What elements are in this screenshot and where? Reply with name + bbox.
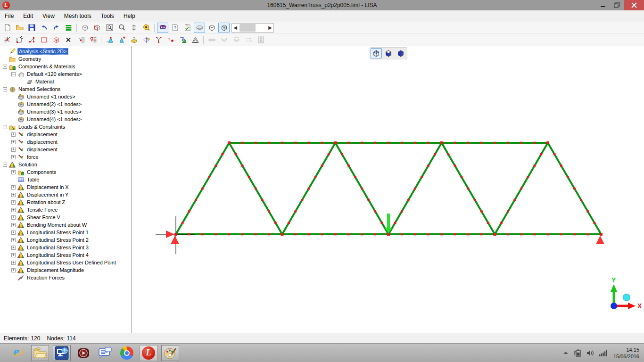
new-file-button[interactable] xyxy=(1,23,13,33)
elem-list-button[interactable] xyxy=(87,35,99,45)
cube-solid-button[interactable] xyxy=(206,23,217,33)
tree-item-table[interactable]: Table xyxy=(0,176,131,183)
taskbar-app-network-computer[interactable] xyxy=(53,345,71,361)
cube-mesh-button[interactable] xyxy=(218,23,230,33)
menu-file[interactable]: File xyxy=(0,10,18,22)
mask-button[interactable] xyxy=(157,23,168,33)
split-button[interactable] xyxy=(153,35,164,45)
save-button[interactable] xyxy=(26,23,37,33)
mirror-button[interactable] xyxy=(177,35,189,45)
tree-item-bending-moment-about-w[interactable]: +Bending Moment about W xyxy=(0,221,131,229)
tree-item-material[interactable]: Material xyxy=(0,78,131,85)
tree-item-default-120-elements[interactable]: −Default <120 elements> xyxy=(0,70,131,78)
tree-expander-plus-icon[interactable]: + xyxy=(11,148,16,152)
tree-item-displacement[interactable]: +displacement xyxy=(0,131,131,138)
extrude-button[interactable] xyxy=(128,35,140,45)
menu-view[interactable]: View xyxy=(38,10,59,22)
tree-item-displacement-in-y[interactable]: +Displacement in Y xyxy=(0,191,131,198)
open-folder-button[interactable] xyxy=(14,23,25,33)
page-check-button[interactable] xyxy=(182,23,193,33)
tree-item-longitudinal-stress-point-3[interactable]: +Longitudinal Stress Point 3 xyxy=(0,244,131,251)
scroll-right-icon[interactable]: ▶ xyxy=(267,24,273,32)
tree-item-solution[interactable]: −Solution xyxy=(0,161,131,168)
taskbar-app-messaging[interactable] xyxy=(96,345,114,361)
scroll-left-icon[interactable]: ◀ xyxy=(232,24,239,32)
close-button[interactable] xyxy=(624,0,644,10)
scroll-thumb[interactable] xyxy=(239,24,256,32)
tray-show-hidden-icon[interactable] xyxy=(562,350,569,356)
burst-elem-button[interactable] xyxy=(14,35,25,45)
tree-expander-plus-icon[interactable]: + xyxy=(11,223,16,227)
tree-expander-plus-icon[interactable]: + xyxy=(11,208,16,212)
menu-edit[interactable]: Edit xyxy=(18,10,38,22)
tree-item-displacement-in-x[interactable]: +Displacement in X xyxy=(0,183,131,191)
tree-item-geometry[interactable]: Geometry xyxy=(0,55,131,63)
tree-item-shear-force-v[interactable]: +Shear Force V xyxy=(0,214,131,221)
rect-pink-button[interactable] xyxy=(38,35,50,45)
cube-red-button[interactable] xyxy=(91,23,103,33)
minimize-button[interactable] xyxy=(596,0,610,10)
redo-button[interactable] xyxy=(50,23,62,33)
tree-item-loads-constraints[interactable]: −Loads & Constraints xyxy=(0,123,131,131)
tree-expander-plus-icon[interactable]: + xyxy=(11,200,16,205)
tri-new-button[interactable] xyxy=(104,35,115,45)
tree-expander-plus-icon[interactable]: + xyxy=(11,261,16,265)
cube-wire-button[interactable] xyxy=(79,23,91,33)
zoom-extents-button[interactable] xyxy=(140,23,152,33)
taskbar-app-internet-explorer[interactable]: e xyxy=(9,345,27,361)
flat-disk-button[interactable] xyxy=(194,23,205,33)
tray-battery-icon[interactable] xyxy=(573,349,582,357)
delete-x-button[interactable] xyxy=(63,35,74,45)
menu-mesh-tools[interactable]: Mesh tools xyxy=(59,10,96,22)
tri-edit-button[interactable] xyxy=(116,35,127,45)
tree-expander-plus-icon[interactable]: + xyxy=(11,215,16,220)
tree-item-unnamed-1-nodes[interactable]: Unnamed <1 nodes> xyxy=(0,93,131,100)
tree-expander-plus-icon[interactable]: + xyxy=(11,132,16,137)
tree-item-components[interactable]: +Components xyxy=(0,168,131,176)
model-canvas[interactable]: YX xyxy=(132,46,644,333)
tree-item-components-materials[interactable]: −Components & Materials xyxy=(0,63,131,70)
tree-expander-minus-icon[interactable]: − xyxy=(11,72,16,76)
cube-pink-button[interactable] xyxy=(50,35,62,45)
two-dots-button[interactable] xyxy=(165,35,176,45)
tree-item-rotation-about-z[interactable]: +Rotation about Z xyxy=(0,198,131,206)
taskbar-app-lisa[interactable]: L xyxy=(140,345,157,361)
undo-button[interactable] xyxy=(38,23,50,33)
tree-expander-plus-icon[interactable]: + xyxy=(11,155,16,159)
tree-expander-plus-icon[interactable]: + xyxy=(11,170,16,174)
tree-expander-plus-icon[interactable]: + xyxy=(11,268,16,272)
node-insert-button[interactable] xyxy=(75,35,86,45)
tree-item-force[interactable]: +force xyxy=(0,153,131,161)
taskbar-app-chrome[interactable] xyxy=(118,345,136,361)
taskbar-app-paint[interactable] xyxy=(161,345,179,361)
burst-node-button[interactable] xyxy=(1,35,13,45)
tree-item-displacement-magnitude[interactable]: +Displacement Magnitude xyxy=(0,266,131,274)
tree-item-unnamed-3-1-nodes[interactable]: Unnamed(3) <1 nodes> xyxy=(0,108,131,115)
tree-expander-plus-icon[interactable]: + xyxy=(11,230,16,235)
taskbar-app-media-player[interactable] xyxy=(74,345,92,361)
tree-expander-plus-icon[interactable]: + xyxy=(11,246,16,250)
zoom-button[interactable] xyxy=(116,23,127,33)
tree-expander-plus-icon[interactable]: + xyxy=(11,253,16,257)
tree-expander-plus-icon[interactable]: + xyxy=(11,140,16,144)
tray-speaker-icon[interactable] xyxy=(586,349,594,357)
tree-item-unnamed-4-1-nodes[interactable]: Unnamed(4) <1 nodes> xyxy=(0,115,131,123)
page-7-button[interactable]: 7 xyxy=(169,23,181,33)
tree-item-reaction-forces[interactable]: Reaction Forces xyxy=(0,274,131,281)
tree-item-analysis-static-2d[interactable]: Analysis <Static 2D> xyxy=(0,48,131,55)
tree-expander-minus-icon[interactable]: − xyxy=(3,163,7,167)
tree-expander-plus-icon[interactable]: + xyxy=(11,238,16,242)
tree-item-longitudinal-stress-point-4[interactable]: +Longitudinal Stress Point 4 xyxy=(0,251,131,259)
tree-item-displacement[interactable]: +displacement xyxy=(0,138,131,146)
tri-refine-button[interactable] xyxy=(190,35,201,45)
tray-network-signal-icon[interactable] xyxy=(599,349,607,357)
tree-item-unnamed-2-1-nodes[interactable]: Unnamed(2) <1 nodes> xyxy=(0,100,131,108)
tree-expander-plus-icon[interactable]: + xyxy=(11,193,16,197)
tree-item-displacement[interactable]: +displacement xyxy=(0,146,131,153)
tree-expander-minus-icon[interactable]: − xyxy=(3,87,7,91)
revolve-button[interactable] xyxy=(140,35,152,45)
pan-button[interactable] xyxy=(128,23,140,33)
tree-expander-minus-icon[interactable]: − xyxy=(3,125,7,129)
taskbar-app-file-explorer[interactable] xyxy=(31,345,49,361)
load-case-scrollbar[interactable]: ◀ ▶ xyxy=(231,23,274,33)
